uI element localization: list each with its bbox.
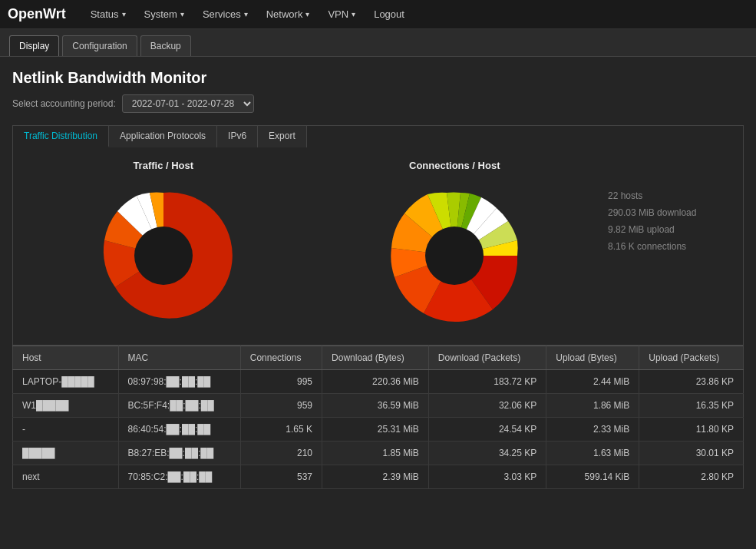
inner-tab-bar: Traffic Distribution Application Protoco… xyxy=(12,125,744,147)
cell-dl-packets: 34.25 KP xyxy=(428,442,546,465)
cell-ul-packets: 30.01 KP xyxy=(639,442,744,465)
cell-connections: 995 xyxy=(240,370,322,394)
connections-host-chart: Connections / Host xyxy=(317,160,593,332)
col-connections: Connections xyxy=(240,346,322,370)
connections-donut-svg xyxy=(378,179,531,332)
nav-network[interactable]: Network ▾ xyxy=(257,1,319,28)
conn-donut-hole xyxy=(425,227,484,285)
cell-dl-bytes: 36.59 MiB xyxy=(322,394,429,418)
cell-ul-bytes: 1.63 MiB xyxy=(546,442,639,465)
cell-ul-bytes: 599.14 KiB xyxy=(546,465,639,489)
cell-host: LAPTOP-█████ xyxy=(13,370,119,394)
cell-ul-bytes: 1.86 MiB xyxy=(546,394,639,418)
cell-dl-packets: 3.03 KP xyxy=(428,465,546,489)
period-label: Select accounting period: xyxy=(12,98,116,109)
cell-ul-packets: 11.80 KP xyxy=(639,418,744,442)
tab-display[interactable]: Display xyxy=(9,35,59,56)
cell-ul-packets: 2.80 KP xyxy=(639,465,744,489)
charts-section: Traffic / Host xyxy=(12,147,744,346)
col-mac: MAC xyxy=(118,346,240,370)
cell-dl-bytes: 25.31 MiB xyxy=(322,418,429,442)
stat-upload: 9.82 MiB upload xyxy=(608,224,731,235)
table-row: next 70:85:C2:██:██:██ 537 2.39 MiB 3.03… xyxy=(13,465,744,489)
traffic-donut xyxy=(87,179,240,332)
cell-mac: 86:40:54:██:██:██ xyxy=(118,418,240,442)
chart1-title: Traffic / Host xyxy=(133,160,193,171)
traffic-host-chart: Traffic / Host xyxy=(25,160,302,332)
cell-dl-bytes: 2.39 MiB xyxy=(322,465,429,489)
cell-dl-packets: 32.06 KP xyxy=(428,394,546,418)
col-dl-bytes: Download (Bytes) xyxy=(322,346,429,370)
connections-donut xyxy=(378,179,531,332)
nav-status[interactable]: Status ▾ xyxy=(81,1,135,28)
table-row: LAPTOP-█████ 08:97:98:██:██:██ 995 220.3… xyxy=(13,370,744,394)
nav-network-arrow: ▾ xyxy=(305,10,309,18)
cell-connections: 537 xyxy=(240,465,322,489)
tab-export[interactable]: Export xyxy=(258,126,307,147)
stats-panel: 22 hosts 290.03 MiB download 9.82 MiB up… xyxy=(608,160,731,252)
cell-host: next xyxy=(13,465,119,489)
content: Netlink Bandwidth Monitor Select account… xyxy=(0,57,756,501)
cell-dl-bytes: 1.85 MiB xyxy=(322,442,429,465)
top-tab-bar: Display Configuration Backup xyxy=(0,29,756,57)
tab-backup[interactable]: Backup xyxy=(140,35,191,56)
cell-mac: BC:5F:F4:██:██:██ xyxy=(118,394,240,418)
nav-vpn-arrow: ▾ xyxy=(352,10,355,18)
page: Display Configuration Backup Netlink Ban… xyxy=(0,29,756,549)
cell-dl-bytes: 220.36 MiB xyxy=(322,370,429,394)
cell-connections: 959 xyxy=(240,394,322,418)
table-header-row: Host MAC Connections Download (Bytes) Do… xyxy=(13,346,744,370)
nav-status-arrow: ▾ xyxy=(122,10,126,18)
cell-mac: 70:85:C2:██:██:██ xyxy=(118,465,240,489)
table-body: LAPTOP-█████ 08:97:98:██:██:██ 995 220.3… xyxy=(13,370,744,489)
traffic-donut-svg xyxy=(87,179,240,332)
table-row: W1█████ BC:5F:F4:██:██:██ 959 36.59 MiB … xyxy=(13,394,744,418)
brand: OpenWrt xyxy=(8,6,66,22)
nav-logout[interactable]: Logout xyxy=(365,1,414,28)
period-row: Select accounting period: 2022-07-01 - 2… xyxy=(12,94,744,113)
cell-connections: 210 xyxy=(240,442,322,465)
cell-mac: 08:97:98:██:██:██ xyxy=(118,370,240,394)
cell-connections: 1.65 K xyxy=(240,418,322,442)
nav-vpn[interactable]: VPN ▾ xyxy=(319,1,365,28)
data-table: Host MAC Connections Download (Bytes) Do… xyxy=(12,346,744,489)
tab-application-protocols[interactable]: Application Protocols xyxy=(109,126,217,147)
nav-services-arrow: ▾ xyxy=(244,10,248,18)
navbar: OpenWrt Status ▾ System ▾ Services ▾ Net… xyxy=(0,0,756,29)
period-select[interactable]: 2022-07-01 - 2022-07-28 xyxy=(122,94,254,113)
cell-dl-packets: 24.54 KP xyxy=(428,418,546,442)
table-row: - 86:40:54:██:██:██ 1.65 K 25.31 MiB 24.… xyxy=(13,418,744,442)
cell-ul-packets: 16.35 KP xyxy=(639,394,744,418)
chart2-title: Connections / Host xyxy=(409,160,500,171)
col-host: Host xyxy=(13,346,119,370)
cell-host: W1█████ xyxy=(13,394,119,418)
stat-download: 290.03 MiB download xyxy=(608,207,731,218)
donut-hole xyxy=(134,227,193,285)
col-dl-packets: Download (Packets) xyxy=(428,346,546,370)
nav-system[interactable]: System ▾ xyxy=(135,1,193,28)
nav-services[interactable]: Services ▾ xyxy=(193,1,257,28)
cell-ul-bytes: 2.33 MiB xyxy=(546,418,639,442)
cell-mac: B8:27:EB:██:██:██ xyxy=(118,442,240,465)
tab-configuration[interactable]: Configuration xyxy=(62,35,137,56)
table-header: Host MAC Connections Download (Bytes) Do… xyxy=(13,346,744,370)
nav-system-arrow: ▾ xyxy=(180,10,184,18)
cell-host: █████ xyxy=(13,442,119,465)
tab-traffic-distribution[interactable]: Traffic Distribution xyxy=(13,126,109,147)
cell-ul-packets: 23.86 KP xyxy=(639,370,744,394)
cell-dl-packets: 183.72 KP xyxy=(428,370,546,394)
stat-connections: 8.16 K connections xyxy=(608,241,731,252)
stat-hosts: 22 hosts xyxy=(608,190,731,201)
cell-host: - xyxy=(13,418,119,442)
table-row: █████ B8:27:EB:██:██:██ 210 1.85 MiB 34.… xyxy=(13,442,744,465)
cell-ul-bytes: 2.44 MiB xyxy=(546,370,639,394)
page-title: Netlink Bandwidth Monitor xyxy=(12,69,744,87)
tab-ipv6[interactable]: IPv6 xyxy=(217,126,258,147)
col-ul-packets: Upload (Packets) xyxy=(639,346,744,370)
col-ul-bytes: Upload (Bytes) xyxy=(546,346,639,370)
